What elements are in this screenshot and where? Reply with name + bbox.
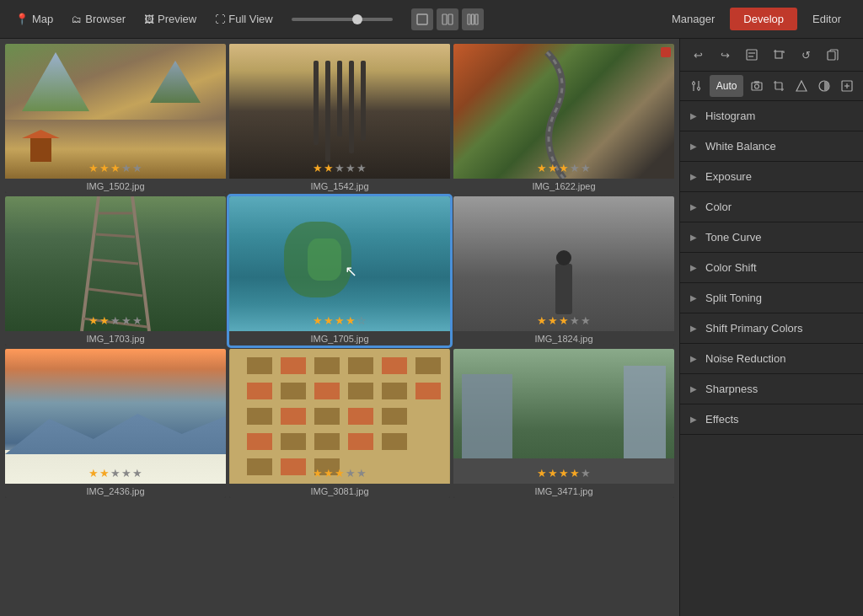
preview-button[interactable]: 🖼 Preview [137,9,203,29]
photo-thumb-img2436 [5,349,226,484]
photo-item-img1622[interactable]: ★ ★ ★ ★ ★ IMG_1622.jpeg [453,44,674,193]
svg-rect-0 [417,14,427,24]
photo-item-img2436[interactable]: ★ ★ ★ ★ ★ IMG_2436.jpg [5,349,226,498]
stars-img1703: ★ ★ ★ ★ ★ [88,314,142,327]
photo-item-img1705[interactable]: ↖ ★ ★ ★ ★ ☆ IMG_1705.jpg [229,196,450,345]
preview-icon: 🖼 [144,13,154,25]
svg-rect-35 [382,433,407,450]
develop-section-tone-curve: ▶Tone Curve [680,222,863,253]
develop-section-header-color-shift[interactable]: ▶Color Shift [680,253,863,282]
develop-section-header-effects[interactable]: ▶Effects [680,404,863,434]
svg-point-51 [754,84,758,88]
section-label-split-toning: Split Toning [705,292,762,304]
copy-button[interactable] [822,44,844,66]
svg-rect-27 [281,408,306,425]
svg-rect-32 [281,433,306,450]
stars-img1705: ★ ★ ★ ★ ☆ [313,314,367,327]
photo-item-img1502[interactable]: ★ ★ ★ ★ ★ IMG_1502.jpg [5,44,226,193]
stars-img3081: ★ ★ ★ ★ ★ [313,467,367,479]
svg-rect-28 [314,408,340,425]
photo-item-img1542[interactable]: ★ ★ ★ ★ ★ IMG_1542.jpg [229,44,450,193]
svg-rect-34 [348,433,373,450]
photo-label-img1705: IMG_1705.jpg [229,331,450,345]
photo-label-img3081: IMG_3081.jpg [229,484,450,498]
tab-manager[interactable]: Manager [658,8,728,30]
chevron-icon-white-balance: ▶ [690,142,697,151]
develop-section-header-split-toning[interactable]: ▶Split Toning [680,283,863,313]
svg-rect-14 [247,357,272,374]
histogram-section[interactable]: ▶ Histogram [680,101,863,131]
stars-img1622: ★ ★ ★ ★ ★ [537,162,591,174]
history-button[interactable] [741,44,763,66]
svg-line-6 [82,196,99,331]
adjust-icon-button[interactable] [687,75,706,97]
chevron-icon-noise-reduction: ▶ [690,354,697,363]
panel-toolbar-1: ↩ ↪ ↺ [680,39,863,72]
photo-label-img1824: IMG_1824.jpg [453,331,674,345]
tab-develop[interactable]: Develop [730,8,797,30]
nav-tabs: Manager Develop Editor [658,8,855,30]
fullview-icon: ⛶ [215,13,225,25]
svg-rect-36 [247,458,272,475]
develop-section-header-shift-primary[interactable]: ▶Shift Primary Colors [680,313,863,343]
grid-single-button[interactable] [411,8,433,30]
svg-rect-4 [471,14,474,24]
develop-section-header-exposure[interactable]: ▶Exposure [680,162,863,191]
grid-triple-button[interactable] [462,8,484,30]
develop-section-header-sharpness[interactable]: ▶Sharpness [680,374,863,404]
main-content: ★ ★ ★ ★ ★ IMG_1502.jpg [0,39,863,616]
photo-item-img3081[interactable]: ★ ★ ★ ★ ★ IMG_3081.jpg [229,349,450,498]
stars-img3471: ★ ★ ★ ★ ★ [537,467,591,479]
rotate-button[interactable]: ↺ [795,44,817,66]
svg-rect-2 [448,14,453,24]
svg-rect-25 [415,383,441,399]
paste-button[interactable] [837,75,856,97]
chevron-icon-color: ▶ [690,202,697,212]
photo-grid-area[interactable]: ★ ★ ★ ★ ★ IMG_1502.jpg [0,39,679,616]
browser-button[interactable]: 🗂 Browser [65,9,132,29]
section-label-shift-primary: Shift Primary Colors [705,322,803,335]
photo-item-img3471[interactable]: ★ ★ ★ ★ ★ IMG_3471.jpg [453,349,674,498]
grid-double-button[interactable] [437,8,458,30]
develop-section-exposure: ▶Exposure [680,162,863,192]
svg-marker-53 [796,81,807,91]
redo-button[interactable]: ↪ [714,44,736,66]
photo-item-img1703[interactable]: ★ ★ ★ ★ ★ IMG_1703.jpg [5,196,226,345]
photo-thumb-img1705 [229,196,450,331]
tab-editor[interactable]: Editor [799,8,855,30]
right-panel: ↩ ↪ ↺ Auto [679,39,863,616]
crop-rotate-button[interactable] [768,44,790,66]
map-button[interactable]: 📍 Map [8,9,60,29]
photo-item-img1824[interactable]: ★ ★ ★ ★ ★ IMG_1824.jpg [453,196,674,345]
camera-profile-button[interactable] [747,75,766,97]
svg-rect-21 [281,383,306,399]
svg-rect-20 [247,383,272,399]
photo-thumb-img3081 [229,349,450,484]
crop-tool-button[interactable] [769,75,789,97]
svg-rect-5 [475,14,478,24]
undo-icon: ↩ [694,49,703,62]
geometry-button[interactable] [792,75,812,97]
develop-section-header-white-balance[interactable]: ▶White Balance [680,131,863,161]
fullview-button[interactable]: ⛶ Full View [208,9,280,29]
develop-section-white-balance: ▶White Balance [680,131,863,162]
zoom-thumb[interactable] [352,14,362,24]
section-label-effects: Effects [705,413,739,426]
develop-sections: ▶White Balance▶Exposure▶Color▶Tone Curve… [680,131,863,435]
svg-rect-26 [247,408,272,425]
develop-section-color-shift: ▶Color Shift [680,253,863,283]
undo-button[interactable]: ↩ [687,44,709,66]
svg-rect-16 [314,357,340,374]
svg-point-44 [693,83,695,85]
develop-section-header-tone-curve[interactable]: ▶Tone Curve [680,222,863,252]
develop-section-header-noise-reduction[interactable]: ▶Noise Reduction [680,344,863,373]
zoom-slider[interactable] [292,18,393,21]
color-picker-button[interactable] [815,75,834,97]
svg-rect-33 [314,433,340,450]
chevron-icon-effects: ▶ [690,415,697,424]
photo-thumb-img3471 [453,349,674,484]
redo-icon: ↪ [721,49,730,62]
auto-button[interactable]: Auto [710,75,744,97]
develop-section-header-color[interactable]: ▶Color [680,192,863,222]
photo-thumb-img1502 [5,44,226,179]
